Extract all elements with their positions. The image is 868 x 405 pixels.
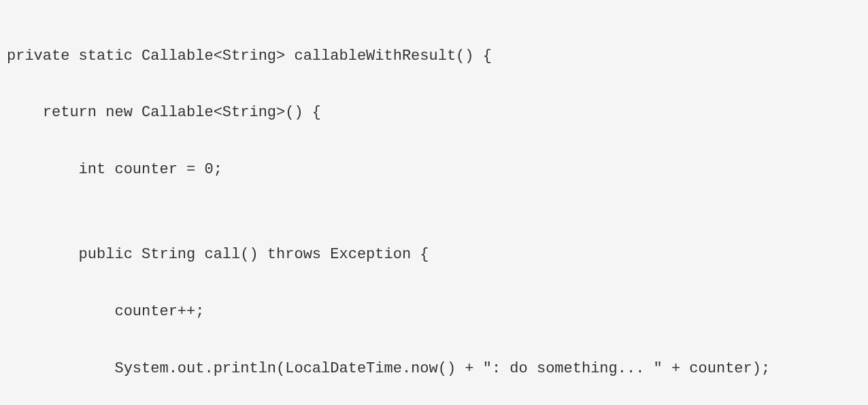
code-line: public String call() throws Exception { bbox=[7, 241, 861, 269]
code-line: private static Callable<String> callable… bbox=[7, 42, 861, 71]
code-line: return new Callable<String>() { bbox=[7, 99, 861, 127]
code-snippet: private static Callable<String> callable… bbox=[7, 14, 861, 405]
code-line: counter++; bbox=[7, 298, 861, 326]
code-line: int counter = 0; bbox=[7, 156, 861, 184]
code-line: System.out.println(LocalDateTime.now() +… bbox=[7, 355, 861, 383]
